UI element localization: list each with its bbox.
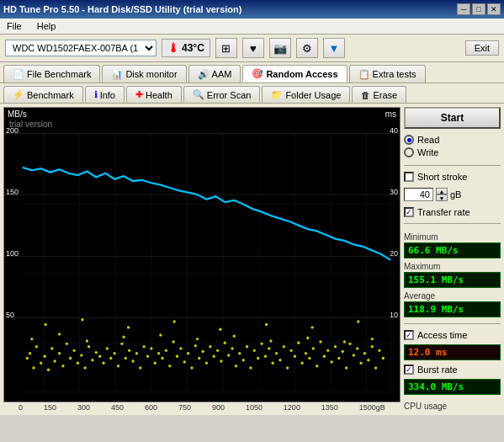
svg-point-92 — [305, 352, 307, 354]
svg-point-95 — [316, 365, 318, 367]
tab-disk-monitor[interactable]: 📊 Disk monitor — [102, 65, 186, 83]
extra-tests-icon: 📋 — [358, 69, 370, 80]
svg-point-58 — [179, 347, 182, 349]
tabs-row2: ⚡ Benchmark ℹ Info ✚ Health 🔍 Error Scan… — [0, 83, 504, 104]
svg-point-110 — [371, 345, 374, 348]
svg-point-62 — [194, 344, 197, 347]
svg-point-101 — [337, 357, 340, 359]
short-stroke-checkbox[interactable]: Short stroke — [404, 172, 501, 182]
svg-point-94 — [312, 347, 315, 349]
tab-aam[interactable]: 🔊 AAM — [188, 65, 241, 83]
svg-point-29 — [72, 349, 75, 352]
svg-point-46 — [135, 352, 138, 354]
toolbar-btn-3[interactable]: 📷 — [269, 38, 291, 58]
svg-point-66 — [209, 345, 211, 348]
svg-point-40 — [114, 352, 116, 354]
svg-point-76 — [246, 345, 248, 348]
svg-point-69 — [220, 359, 222, 362]
short-stroke-check-box — [404, 172, 414, 182]
svg-point-119 — [196, 338, 199, 340]
svg-point-60 — [187, 352, 189, 354]
svg-point-37 — [102, 362, 104, 365]
tab-health[interactable]: ✚ Health — [126, 86, 182, 103]
svg-point-99 — [330, 360, 332, 363]
svg-point-44 — [128, 349, 130, 352]
info-icon: ℹ — [94, 89, 98, 100]
temperature-display: 🌡 43°C — [162, 39, 210, 57]
read-radio-dot — [407, 138, 411, 142]
svg-point-75 — [242, 359, 245, 361]
svg-point-88 — [289, 349, 292, 352]
read-radio[interactable]: Read — [404, 135, 501, 145]
maximize-button[interactable]: □ — [472, 3, 485, 15]
svg-point-117 — [122, 336, 125, 338]
access-time-checkbox[interactable]: Access time — [404, 330, 501, 340]
stroke-down-arrow[interactable]: ▼ — [436, 194, 448, 201]
svg-point-78 — [253, 349, 256, 352]
svg-point-38 — [106, 347, 109, 349]
transfer-rate-checkbox[interactable]: Transfer rate — [404, 207, 501, 217]
access-time-check-box — [404, 330, 414, 340]
average-label: Average — [404, 291, 501, 301]
average-value: 118.9 MB/s — [404, 301, 501, 317]
minimum-value: 66.6 MB/s — [404, 242, 501, 258]
svg-point-83 — [272, 362, 274, 365]
svg-point-109 — [367, 359, 369, 361]
svg-point-87 — [286, 366, 289, 369]
tab-error-scan[interactable]: 🔍 Error Scan — [183, 86, 261, 103]
cpu-usage-label: CPU usage — [404, 402, 501, 411]
svg-point-90 — [297, 341, 300, 343]
svg-point-93 — [308, 357, 310, 359]
svg-point-118 — [159, 333, 162, 336]
maximum-value: 155.1 MB/s — [404, 272, 501, 288]
file-benchmark-icon: 📄 — [13, 69, 24, 80]
tab-extra-tests[interactable]: 📋 Extra tests — [349, 65, 426, 83]
tab-benchmark[interactable]: ⚡ Benchmark — [3, 86, 83, 103]
short-stroke-label: Short stroke — [417, 172, 467, 182]
svg-point-28 — [69, 357, 72, 359]
chart-container: MB/s ms trial version 200 150 100 50 40 … — [3, 107, 401, 402]
close-button[interactable]: ✕ — [487, 3, 501, 15]
svg-point-59 — [183, 360, 186, 363]
svg-point-98 — [326, 349, 329, 352]
svg-point-26 — [61, 365, 64, 367]
minimize-button[interactable]: ─ — [457, 3, 470, 15]
tab-file-benchmark[interactable]: 📄 File Benchmark — [3, 65, 100, 83]
exit-button[interactable]: Exit — [465, 40, 499, 56]
svg-point-72 — [231, 347, 233, 349]
transfer-rate-label: Transfer rate — [417, 207, 470, 217]
svg-point-113 — [382, 357, 385, 359]
transfer-rate-check-box — [404, 207, 414, 217]
tab-random-access[interactable]: 🎯 Random Access — [242, 65, 347, 83]
window-controls: ─ □ ✕ — [457, 3, 501, 15]
toolbar-btn-2[interactable]: ♥ — [242, 38, 264, 58]
chart-svg — [4, 108, 400, 402]
start-button[interactable]: Start — [404, 107, 501, 129]
toolbar-btn-1[interactable]: ⊞ — [215, 38, 237, 58]
svg-point-103 — [345, 366, 347, 369]
tab-folder-usage[interactable]: 📁 Folder Usage — [262, 86, 350, 103]
stats-section: Minimum 66.6 MB/s Maximum 155.1 MB/s Ave… — [404, 230, 501, 317]
tab-erase[interactable]: 🗑 Erase — [352, 86, 406, 103]
stroke-value-input[interactable] — [404, 188, 433, 201]
read-write-group: Read Write — [404, 133, 501, 159]
svg-point-39 — [109, 357, 112, 359]
toolbar-btn-4[interactable]: ⚙ — [296, 38, 318, 58]
svg-point-35 — [95, 351, 98, 354]
drive-select[interactable]: WDC WD1502FAEX-007BA (1500 gB) — [5, 40, 157, 56]
burst-rate-checkbox[interactable]: Burst rate — [404, 365, 501, 375]
access-time-value: 12.0 ms — [404, 344, 501, 360]
menu-bar: File Help — [0, 19, 504, 35]
menu-help[interactable]: Help — [34, 20, 60, 32]
divider-2 — [404, 223, 501, 224]
toolbar-btn-5[interactable]: ▼ — [323, 38, 345, 58]
svg-point-77 — [249, 366, 252, 369]
write-label: Write — [417, 147, 438, 157]
svg-point-131 — [311, 326, 314, 328]
svg-point-55 — [168, 365, 171, 367]
svg-point-53 — [161, 357, 163, 359]
tab-info[interactable]: ℹ Info — [85, 86, 125, 103]
menu-file[interactable]: File — [3, 20, 25, 32]
stroke-up-arrow[interactable]: ▲ — [436, 188, 448, 194]
write-radio[interactable]: Write — [404, 147, 501, 157]
